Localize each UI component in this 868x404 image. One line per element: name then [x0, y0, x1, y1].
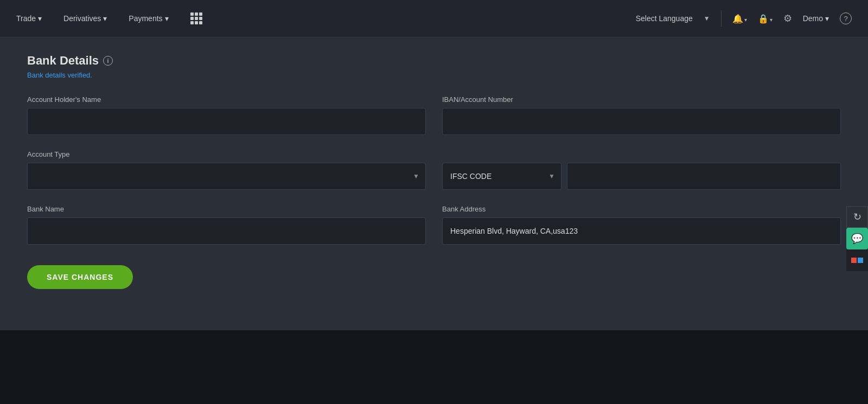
bank-address-input[interactable]	[442, 217, 841, 245]
page-title-text: Bank Details	[27, 54, 99, 68]
ifsc-group: IFSC CODE ▼	[442, 150, 841, 190]
trade-dropdown-arrow: ▾	[38, 14, 42, 23]
iban-input[interactable]	[442, 108, 841, 135]
bank-name-group: Bank Name	[27, 205, 426, 245]
support-inner	[851, 258, 863, 263]
account-type-select-wrapper: ▼	[27, 163, 426, 190]
account-type-group: Account Type ▼	[27, 150, 426, 190]
notifications-icon[interactable]: 🔔▾	[732, 14, 747, 24]
iban-label: IBAN/Account Number	[442, 95, 841, 104]
account-holder-input[interactable]	[27, 108, 426, 135]
demo-dropdown-arrow: ▾	[825, 14, 829, 23]
payments-menu[interactable]: Payments ▾	[129, 14, 168, 23]
navbar-divider	[721, 10, 722, 27]
red-square	[851, 258, 857, 263]
floating-icons: ↻ 💬	[846, 206, 868, 271]
blue-square	[858, 258, 863, 263]
bottom-area	[0, 330, 868, 404]
iban-group: IBAN/Account Number	[442, 95, 841, 135]
chat-icon[interactable]: 💬	[846, 228, 868, 249]
language-dropdown-arrow[interactable]: ▼	[704, 15, 710, 22]
ifsc-select[interactable]: IFSC CODE	[442, 163, 561, 190]
demo-label: Demo	[803, 14, 823, 23]
trade-label: Trade	[16, 14, 36, 23]
lock-icon[interactable]: 🔒▾	[758, 14, 773, 24]
derivatives-dropdown-arrow: ▾	[103, 14, 107, 23]
demo-button[interactable]: Demo ▾	[803, 14, 829, 23]
support-badge[interactable]	[846, 249, 868, 271]
account-type-select[interactable]	[27, 163, 426, 190]
trade-menu[interactable]: Trade ▾	[16, 14, 42, 23]
bank-name-label: Bank Name	[27, 205, 426, 213]
verified-text[interactable]: Bank details verified.	[27, 71, 841, 79]
account-holder-group: Account Holder's Name	[27, 95, 426, 135]
account-holder-label: Account Holder's Name	[27, 95, 426, 104]
save-changes-button[interactable]: SAVE CHANGES	[27, 265, 133, 289]
page-title: Bank Details i	[27, 54, 841, 68]
ifsc-select-wrapper: IFSC CODE ▼	[442, 163, 561, 190]
ifsc-code-input[interactable]	[567, 163, 841, 190]
info-icon[interactable]: i	[103, 56, 113, 66]
navbar-left: Trade ▾ Derivatives ▾ Payments ▾	[16, 12, 636, 24]
refresh-icon[interactable]: ↻	[846, 206, 868, 228]
derivatives-menu[interactable]: Derivatives ▾	[63, 14, 107, 23]
ifsc-row: IFSC CODE ▼	[442, 150, 841, 190]
bank-address-label: Bank Address	[442, 205, 841, 213]
main-content: Bank Details i Bank details verified. Ac…	[0, 37, 868, 330]
help-icon[interactable]: ?	[840, 12, 852, 24]
settings-icon[interactable]: ⚙	[783, 12, 792, 24]
payments-label: Payments	[129, 14, 162, 23]
form-row-3: Bank Name Bank Address	[27, 205, 841, 245]
select-language-button[interactable]: Select Language	[636, 14, 693, 23]
bank-name-input[interactable]	[27, 217, 426, 245]
bank-address-group: Bank Address	[442, 205, 841, 245]
payments-dropdown-arrow: ▾	[165, 14, 169, 23]
support-squares	[851, 258, 863, 263]
navbar: Trade ▾ Derivatives ▾ Payments ▾ Select …	[0, 0, 868, 37]
form-row-2: Account Type ▼ IFSC CODE ▼	[27, 150, 841, 190]
account-type-label: Account Type	[27, 150, 426, 158]
grid-menu-icon[interactable]	[190, 12, 202, 24]
derivatives-label: Derivatives	[63, 14, 101, 23]
form-row-1: Account Holder's Name IBAN/Account Numbe…	[27, 95, 841, 135]
navbar-right: Select Language ▼ 🔔▾ 🔒▾ ⚙ Demo ▾ ?	[636, 10, 852, 27]
